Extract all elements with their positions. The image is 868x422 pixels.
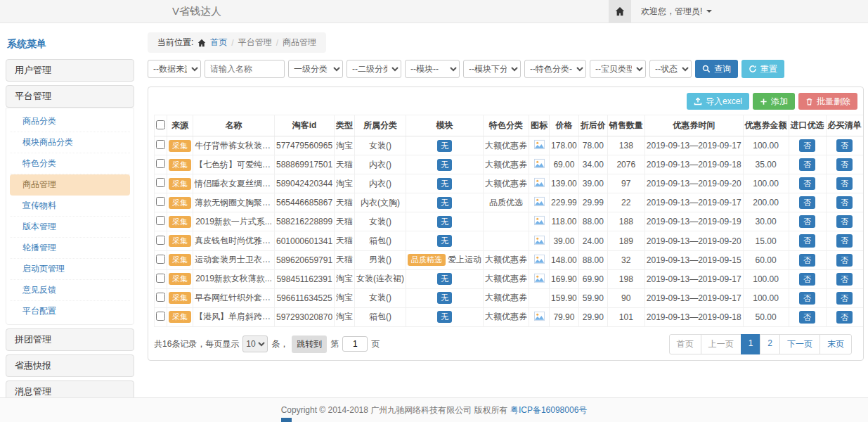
- import-select-toggle[interactable]: 否: [799, 177, 815, 190]
- product-type-cell: 天猫: [335, 250, 355, 269]
- jump-button[interactable]: 跳转到: [292, 335, 327, 353]
- must-buy-toggle[interactable]: 否: [836, 177, 853, 190]
- filter-select-level2-category[interactable]: --二级分类--: [346, 60, 401, 78]
- must-buy-toggle[interactable]: 否: [836, 311, 853, 324]
- icp-link[interactable]: 粤ICP备16098006号: [510, 405, 587, 415]
- header-home-button[interactable]: [609, 0, 631, 23]
- sidebar-group-user-management[interactable]: 用户管理: [6, 59, 134, 82]
- jump-page-input[interactable]: [342, 336, 368, 352]
- row-checkbox[interactable]: [156, 216, 165, 225]
- breadcrumb-item-goods[interactable]: 商品管理: [283, 37, 316, 49]
- select-all-checkbox[interactable]: [156, 120, 165, 129]
- import-select-toggle[interactable]: 否: [799, 158, 815, 171]
- filter-select-module-sub-category[interactable]: --模块下分类--: [463, 60, 521, 78]
- sidebar-item-promo-material[interactable]: 宣传物料: [10, 196, 130, 217]
- module-cell: 无: [406, 174, 484, 193]
- filter-select-data-source[interactable]: --数据来源--: [148, 60, 201, 78]
- filter-select-module[interactable]: --模块--: [405, 60, 460, 78]
- row-checkbox-cell: [155, 174, 167, 193]
- import-select-toggle[interactable]: 否: [799, 254, 815, 267]
- filter-select-item-type[interactable]: --宝贝类型--: [590, 60, 646, 78]
- row-checkbox[interactable]: [156, 159, 165, 168]
- must-buy-toggle[interactable]: 否: [836, 196, 853, 209]
- pager-link-下一页[interactable]: 下一页: [779, 334, 820, 354]
- price-cell: 169.90: [550, 269, 579, 288]
- sidebar-item-carousel-management[interactable]: 轮播管理: [10, 238, 130, 259]
- search-button[interactable]: 查询: [695, 60, 738, 78]
- sidebar-group-group-buy-management[interactable]: 拼团管理: [6, 328, 134, 351]
- source-cell: 采集: [167, 250, 193, 269]
- pager-link-上一页[interactable]: 上一页: [701, 334, 741, 354]
- filter-select-level1-category[interactable]: 一级分类: [288, 60, 343, 78]
- filter-select-status[interactable]: --状态--: [649, 60, 692, 78]
- sidebar-item-goods-management[interactable]: 商品管理: [10, 174, 130, 196]
- import-select-toggle[interactable]: 否: [799, 234, 815, 247]
- source-cell: 采集: [167, 212, 193, 231]
- row-checkbox[interactable]: [156, 293, 165, 302]
- row-checkbox[interactable]: [156, 312, 165, 321]
- import-select-toggle[interactable]: 否: [799, 215, 815, 228]
- breadcrumb-home-link[interactable]: 首页: [210, 37, 227, 49]
- batch-delete-button[interactable]: 批量删除: [798, 93, 857, 110]
- taoke-id-cell: 588216228899: [275, 212, 335, 231]
- row-checkbox[interactable]: [156, 178, 165, 187]
- product-name-cell: 2019新款女秋薄款...: [193, 269, 275, 288]
- taoke-id-cell: 589620659791: [275, 250, 335, 269]
- sidebar-item-feature-category[interactable]: 特色分类: [10, 153, 130, 174]
- import-select-toggle[interactable]: 否: [799, 139, 815, 152]
- filter-select-feature-category[interactable]: --特色分类--: [524, 60, 586, 78]
- breadcrumb-item-platform[interactable]: 平台管理: [238, 37, 272, 49]
- breadcrumb: 当前位置: 首页 / 平台管理 / 商品管理: [148, 32, 326, 53]
- sidebar-group-message-management[interactable]: 消息管理: [6, 381, 134, 397]
- user-menu[interactable]: 欢迎您，管理员!: [641, 6, 712, 18]
- thumbnail-cell: [529, 288, 550, 307]
- must-buy-toggle[interactable]: 否: [836, 215, 853, 228]
- sidebar-item-module-goods-category[interactable]: 模块商品分类: [10, 132, 130, 153]
- home-icon: [615, 6, 625, 16]
- add-button[interactable]: 添加: [753, 93, 795, 110]
- import-select-cell: 否: [789, 155, 826, 174]
- name-search-input[interactable]: [205, 60, 285, 78]
- table-row: 采集牛仔背带裤女秋装减龄...577479560965淘宝女装()无大额优惠券1…: [155, 136, 864, 155]
- must-buy-toggle[interactable]: 否: [836, 139, 853, 152]
- reset-button[interactable]: 重置: [741, 60, 784, 78]
- row-checkbox[interactable]: [156, 140, 165, 149]
- per-page-select[interactable]: 10: [242, 335, 268, 352]
- pager-link-首页[interactable]: 首页: [669, 334, 701, 354]
- must-buy-toggle[interactable]: 否: [836, 273, 853, 286]
- add-button-label: 添加: [771, 96, 788, 108]
- import-select-toggle[interactable]: 否: [799, 292, 815, 305]
- sidebar-group-saving-express[interactable]: 省惠快报: [6, 354, 134, 377]
- price-cell: 69.00: [550, 155, 579, 174]
- sidebar-item-splash-page-management[interactable]: 启动页管理: [10, 259, 130, 280]
- module-cell: 无: [406, 288, 484, 307]
- row-checkbox[interactable]: [156, 274, 165, 283]
- coupon-amount-cell: 35.00: [743, 155, 789, 174]
- import-excel-button[interactable]: 导入excel: [687, 93, 749, 110]
- sidebar-item-feedback[interactable]: 意见反馈: [10, 280, 130, 301]
- row-checkbox[interactable]: [156, 255, 165, 264]
- pager-link-2[interactable]: 2: [760, 334, 780, 354]
- module-cell: 无: [406, 307, 484, 326]
- sidebar-item-platform-config[interactable]: 平台配置: [10, 301, 130, 321]
- coupon-time-cell: 2019-09-13—2019-09-20: [644, 174, 743, 193]
- import-select-toggle[interactable]: 否: [799, 196, 815, 209]
- must-buy-toggle[interactable]: 否: [836, 234, 853, 247]
- must-buy-toggle[interactable]: 否: [836, 254, 853, 267]
- row-checkbox[interactable]: [156, 197, 165, 206]
- import-select-toggle[interactable]: 否: [799, 311, 815, 324]
- sidebar-item-version-management[interactable]: 版本管理: [10, 217, 130, 238]
- import-select-toggle[interactable]: 否: [799, 273, 815, 286]
- sidebar-group-platform-management[interactable]: 平台管理: [6, 85, 134, 108]
- source-cell: 采集: [167, 307, 193, 326]
- sidebar-item-goods-category[interactable]: 商品分类: [10, 111, 130, 132]
- pager-link-1[interactable]: 1: [741, 334, 761, 354]
- thumbnail-cell: [529, 250, 550, 269]
- must-buy-toggle[interactable]: 否: [836, 292, 853, 305]
- row-checkbox-cell: [155, 193, 167, 212]
- row-checkbox[interactable]: [156, 236, 165, 245]
- row-checkbox-cell: [155, 250, 167, 269]
- pager-link-末页[interactable]: 末页: [820, 334, 852, 354]
- must-buy-toggle[interactable]: 否: [836, 158, 853, 171]
- breadcrumb-location-label: 当前位置:: [157, 37, 193, 49]
